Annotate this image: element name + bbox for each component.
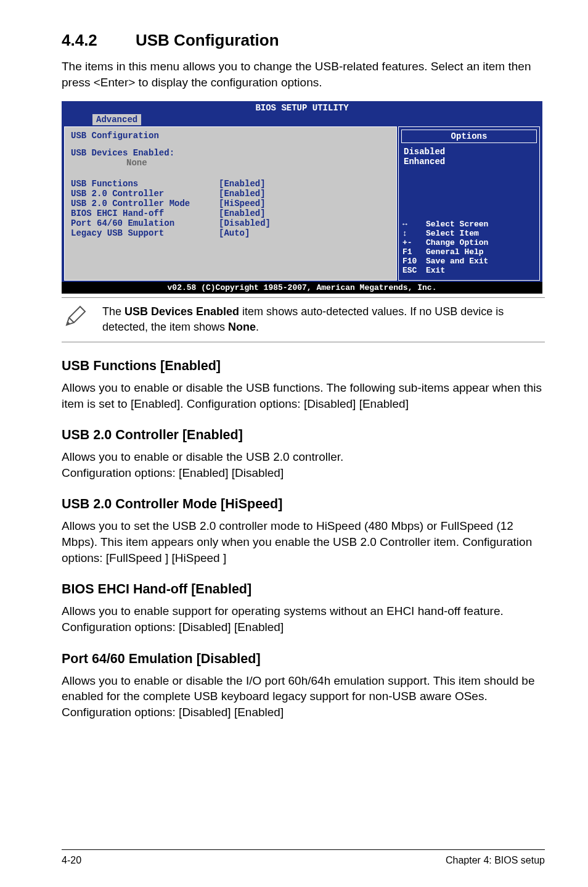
arrow-ud-icon: ↕: [402, 229, 426, 238]
bios-options-list: Disabled Enhanced: [399, 146, 539, 169]
bios-row-label: USB 2.0 Controller: [71, 189, 219, 199]
help-text: Select Item: [426, 229, 479, 238]
bios-tab-advanced[interactable]: Advanced: [92, 114, 141, 125]
bios-row[interactable]: Port 64/60 Emulation[Disabled]: [71, 218, 390, 228]
subsection-heading: Port 64/60 Emulation [Disabled]: [62, 651, 545, 667]
help-text: Exit: [426, 266, 445, 275]
key-label: F1: [402, 247, 426, 257]
help-text: General Help: [426, 247, 484, 257]
chapter-label: Chapter 4: BIOS setup: [446, 855, 545, 866]
bios-row-value: [Disabled]: [219, 218, 271, 228]
bios-row-label: USB Functions: [71, 179, 219, 189]
bios-row[interactable]: Legacy USB Support[Auto]: [71, 228, 390, 238]
bios-tab-bar: Advanced: [62, 114, 542, 125]
help-text: Select Screen: [426, 220, 488, 229]
bios-row-value: [Auto]: [219, 228, 250, 238]
subsection-text: Allows you to enable or disable the USB …: [62, 449, 545, 481]
help-text: Save and Exit: [426, 257, 488, 266]
key-label: ESC: [402, 266, 426, 275]
bios-row-value: [Enabled]: [219, 179, 266, 189]
bios-option[interactable]: Enhanced: [404, 157, 534, 167]
bios-panel: BIOS SETUP UTILITY Advanced USB Configur…: [62, 101, 542, 294]
subsection-text: Allows you to enable support for operati…: [62, 603, 545, 635]
page: 4.4.2USB Configuration The items in this…: [0, 0, 588, 887]
bios-row-label: Port 64/60 Emulation: [71, 218, 219, 228]
bios-row[interactable]: USB 2.0 Controller Mode[HiSpeed]: [71, 199, 390, 208]
subsection-text: Allows you to set the USB 2.0 controller…: [62, 518, 545, 566]
page-footer: 4-20 Chapter 4: BIOS setup: [62, 849, 545, 866]
subsection-text: Allows you to enable or disable the I/O …: [62, 673, 545, 720]
bios-row-value: [Enabled]: [219, 189, 266, 199]
note-bold: USB Devices Enabled: [125, 305, 239, 318]
note-fragment: The: [102, 305, 125, 318]
bios-row-value: [HiSpeed]: [219, 199, 266, 208]
pencil-icon: [62, 304, 90, 331]
bios-row-label: USB 2.0 Controller Mode: [71, 199, 219, 208]
bios-devices-label: USB Devices Enabled:: [71, 148, 390, 158]
note-block: The USB Devices Enabled item shows auto-…: [62, 297, 545, 342]
bios-options-header: Options: [401, 130, 537, 143]
arrow-lr-icon: ↔: [402, 220, 426, 229]
subsection-text: Allows you to enable or disable the USB …: [62, 380, 545, 411]
subsection-heading: USB 2.0 Controller Mode [HiSpeed]: [62, 497, 545, 512]
bios-devices-value: None: [71, 158, 390, 168]
bios-row[interactable]: USB 2.0 Controller[Enabled]: [71, 189, 390, 199]
bios-row[interactable]: USB Functions[Enabled]: [71, 179, 390, 189]
page-number: 4-20: [62, 855, 81, 866]
bios-right-pane: Options Disabled Enhanced ↔Select Screen…: [398, 126, 540, 281]
subsection-heading: USB 2.0 Controller [Enabled]: [62, 427, 545, 443]
bios-row-label: Legacy USB Support: [71, 228, 219, 238]
bios-body: USB Configuration USB Devices Enabled: N…: [62, 125, 542, 282]
note-text: The USB Devices Enabled item shows auto-…: [102, 304, 545, 334]
bios-footer: v02.58 (C)Copyright 1985-2007, American …: [62, 282, 542, 294]
intro-text: The items in this menu allows you to cha…: [62, 59, 545, 90]
bios-option[interactable]: Disabled: [404, 147, 534, 157]
note-bold: None: [228, 321, 256, 333]
help-text: Change Option: [426, 238, 488, 247]
bios-row[interactable]: BIOS EHCI Hand-off[Enabled]: [71, 208, 390, 218]
note-fragment: .: [256, 321, 259, 333]
bios-left-pane: USB Configuration USB Devices Enabled: N…: [64, 126, 397, 281]
bios-title: BIOS SETUP UTILITY: [62, 101, 542, 114]
bios-help-keys: ↔Select Screen ↕Select Item +-Change Opt…: [399, 220, 539, 280]
bios-row-value: [Enabled]: [219, 208, 266, 218]
subsection-heading: BIOS EHCI Hand-off [Enabled]: [62, 582, 545, 597]
key-label: F10: [402, 257, 426, 266]
bios-left-header: USB Configuration: [71, 131, 390, 141]
section-number: 4.4.2: [62, 31, 136, 50]
subsection-heading: USB Functions [Enabled]: [62, 358, 545, 374]
key-label: +-: [402, 238, 426, 247]
bios-row-label: BIOS EHCI Hand-off: [71, 208, 219, 218]
section-title: USB Configuration: [136, 31, 279, 49]
section-heading: 4.4.2USB Configuration: [62, 31, 545, 50]
